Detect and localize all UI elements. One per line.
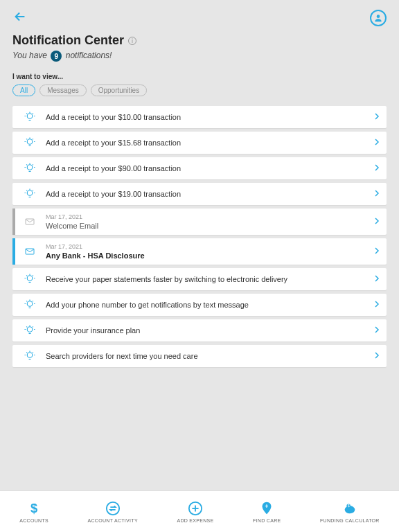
notification-text: Add a receipt to your $19.00 transaction [46,190,374,198]
svg-point-12 [107,502,119,514]
nav-label: ADD EXPENSE [177,518,213,523]
filter-label: I want to view... [12,73,387,80]
transfer-icon [105,501,121,516]
filter-row: AllMessagesOpportunities [12,85,387,96]
notification-text: Provide your insurance plan [46,326,374,335]
nav-label: ACCOUNTS [19,518,48,523]
lightbulb-icon [22,299,37,311]
filter-opportunities[interactable]: Opportunities [91,85,147,96]
stripe-indicator [12,209,15,235]
notification-text: Receive your paper statements faster by … [46,275,374,283]
dollar-icon: $ [26,501,42,516]
svg-point-7 [27,276,33,281]
message-title: Welcome Email [46,222,374,230]
notification-item[interactable]: Add a receipt to your $19.00 transaction [12,183,387,205]
notification-item[interactable]: Receive your paper statements faster by … [12,268,387,290]
chevron-right-icon [374,163,380,174]
chevron-right-icon [374,274,380,285]
bottom-nav: $ACCOUNTSACCOUNT ACTIVITYADD EXPENSE+FIN… [0,490,399,532]
chevron-right-icon [374,188,380,200]
piggy-icon: $ [342,501,357,516]
lightbulb-icon [22,350,37,362]
notification-text: Add a receipt to your $10.00 transaction [46,113,374,121]
svg-rect-5 [26,219,34,224]
notification-list: Add a receipt to your $10.00 transaction… [12,106,387,367]
nav-label: FUNDING CALCULATOR [320,518,380,523]
count-badge: 9 [51,51,62,62]
notification-item[interactable]: Provide your insurance plan [12,319,387,342]
page-title: Notification Center [12,33,124,48]
svg-point-8 [27,301,33,307]
notification-item[interactable]: Mar 17, 2021Any Bank - HSA Disclosure [12,238,387,265]
lightbulb-icon [22,111,37,123]
chevron-right-icon [374,216,380,227]
info-icon[interactable]: i [128,37,136,45]
notification-item[interactable]: Add a receipt to your $10.00 transaction [12,106,387,128]
svg-point-3 [27,165,33,170]
filter-messages[interactable]: Messages [39,85,87,96]
message-date: Mar 17, 2021 [46,213,374,220]
nav-find-care[interactable]: +FIND CARE [253,501,281,523]
svg-text:+: + [265,504,269,510]
nav-account-activity[interactable]: ACCOUNT ACTIVITY [88,501,138,523]
nav-label: FIND CARE [253,518,281,523]
message-title: Any Bank - HSA Disclosure [46,251,374,260]
notification-count-text: You have 9 notifications! [12,51,387,62]
chevron-right-icon [374,137,380,148]
svg-point-4 [27,190,33,196]
back-button[interactable] [12,9,28,27]
notification-text: Add a receipt to your $15.68 transaction [46,139,374,147]
svg-point-9 [27,327,33,332]
svg-point-1 [27,114,33,119]
pin-icon: + [259,501,274,516]
envelope-icon [22,246,37,257]
notification-item[interactable]: Add your phone number to get notificatio… [12,294,387,316]
stripe-indicator [12,238,15,265]
nav-label: ACCOUNT ACTIVITY [88,518,138,523]
plus-icon [188,501,203,516]
lightbulb-icon [22,324,37,337]
envelope-icon [22,216,37,227]
lightbulb-icon [22,136,37,149]
svg-point-10 [27,353,33,358]
lightbulb-icon [22,162,37,175]
svg-point-0 [377,15,380,18]
message-date: Mar 17, 2021 [46,243,374,250]
lightbulb-icon [22,273,37,285]
notification-item[interactable]: Add a receipt to your $90.00 transaction [12,157,387,179]
svg-point-2 [27,139,33,145]
chevron-right-icon [374,325,380,336]
notification-text: Add your phone number to get notificatio… [46,301,374,309]
notification-item[interactable]: Mar 17, 2021Welcome Email [12,209,387,235]
profile-avatar[interactable] [370,10,387,26]
nav-funding-calculator[interactable]: $FUNDING CALCULATOR [320,501,380,523]
chevron-right-icon [374,351,380,362]
svg-rect-6 [26,249,34,254]
chevron-right-icon [374,246,380,257]
notification-text: Search providers for next time you need … [46,352,374,360]
nav-add-expense[interactable]: ADD EXPENSE [177,501,213,523]
lightbulb-icon [22,188,37,200]
chevron-right-icon [374,112,380,123]
svg-text:$: $ [30,501,37,515]
nav-accounts[interactable]: $ACCOUNTS [19,501,48,523]
chevron-right-icon [374,299,380,310]
notification-text: Add a receipt to your $90.00 transaction [46,164,374,172]
notification-item[interactable]: Add a receipt to your $15.68 transaction [12,132,387,154]
notification-item[interactable]: Search providers for next time you need … [12,345,387,367]
filter-all[interactable]: All [12,85,35,96]
